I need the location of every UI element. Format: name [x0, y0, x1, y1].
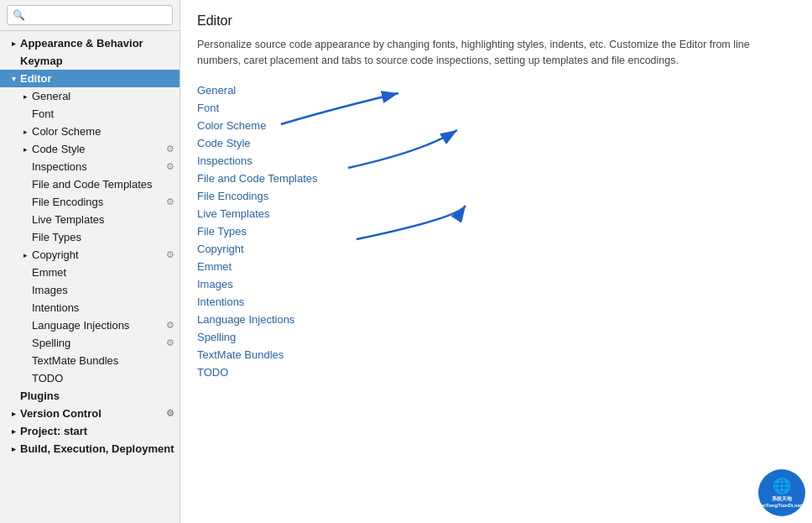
sidebar-label-language-injections: Language Injections [32, 319, 129, 332]
sidebar-label-keymap: Keymap [20, 55, 63, 67]
sidebar-item-intentions[interactable]: Intentions [0, 299, 180, 316]
textmate-bundles-link[interactable]: TextMate Bundles [197, 348, 795, 361]
sidebar-item-editor[interactable]: Editor [0, 70, 180, 87]
chevron-build-execution-deployment-icon [8, 444, 18, 454]
sidebar-label-appearance-behavior: Appearance & Behavior [20, 37, 143, 50]
sidebar-label-todo: TODO [32, 372, 63, 384]
chevron-code-style-icon [20, 144, 30, 154]
settings-icon-spelling: ⚙ [164, 337, 176, 348]
copyright-link[interactable]: Copyright [197, 243, 795, 255]
page-title: Editor [197, 13, 795, 29]
settings-icon-inspections: ⚙ [164, 161, 176, 172]
sidebar-item-plugins[interactable]: Plugins [0, 387, 180, 405]
emmet-link[interactable]: Emmet [197, 260, 795, 273]
chevron-general-icon [20, 92, 30, 102]
sidebar-item-code-style[interactable]: Code Style⚙ [0, 140, 180, 158]
sidebar-label-spelling: Spelling [32, 337, 70, 349]
general-link[interactable]: General [197, 84, 795, 97]
sidebar-label-file-encodings: File Encodings [32, 196, 103, 208]
search-input[interactable] [7, 5, 173, 25]
settings-icon-file-encodings: ⚙ [164, 196, 176, 207]
sidebar-item-build-execution-deployment[interactable]: Build, Execution, Deployment [0, 440, 180, 458]
sidebar-label-version-control: Version Control [20, 407, 102, 420]
font-link[interactable]: Font [197, 102, 795, 114]
inspections-link[interactable]: Inspections [197, 154, 795, 167]
content-area: Editor Personalize source code appearanc… [180, 0, 812, 523]
settings-icon-copyright: ⚙ [164, 249, 176, 260]
chevron-copyright-icon [20, 250, 30, 260]
sidebar-item-emmet[interactable]: Emmet [0, 264, 180, 281]
sidebar-label-plugins: Plugins [20, 390, 60, 402]
sidebar-label-file-types: File Types [32, 231, 81, 243]
language-injections-link[interactable]: Language Injections [197, 313, 795, 326]
sidebar-label-intentions: Intentions [32, 301, 79, 314]
chevron-appearance-behavior-icon [8, 39, 18, 49]
sidebar-item-keymap[interactable]: Keymap [0, 52, 180, 70]
sidebar-item-appearance-behavior[interactable]: Appearance & Behavior [0, 34, 180, 52]
sidebar-item-version-control[interactable]: Version Control⚙ [0, 405, 180, 422]
spelling-link[interactable]: Spelling [197, 331, 795, 343]
sidebar-label-build-execution-deployment: Build, Execution, Deployment [20, 442, 174, 455]
chevron-version-control-icon [8, 409, 18, 419]
main-content-panel: Editor Personalize source code appearanc… [180, 0, 812, 523]
live-templates-link[interactable]: Live Templates [197, 207, 795, 220]
file-code-templates-link[interactable]: File and Code Templates [197, 172, 795, 185]
file-encodings-link[interactable]: File Encodings [197, 190, 795, 202]
sidebar-item-file-types[interactable]: File Types [0, 228, 180, 246]
sidebar-item-file-code-templates[interactable]: File and Code Templates [0, 175, 180, 193]
sidebar-item-language-injections[interactable]: Language Injections⚙ [0, 316, 180, 334]
sidebar-label-textmate-bundles: TextMate Bundles [32, 354, 118, 367]
sidebar-item-general[interactable]: General [0, 87, 180, 105]
sidebar-label-file-code-templates: File and Code Templates [32, 178, 153, 191]
settings-sidebar: Appearance & BehaviorKeymapEditorGeneral… [0, 0, 180, 523]
sidebar-item-textmate-bundles[interactable]: TextMate Bundles [0, 352, 180, 369]
sidebar-label-general: General [32, 90, 70, 102]
sidebar-item-live-templates[interactable]: Live Templates [0, 211, 180, 228]
sidebar-label-live-templates: Live Templates [32, 213, 104, 226]
watermark-text: 系统天地xiTongTianDi.net [762, 496, 802, 510]
sidebar-item-inspections[interactable]: Inspections⚙ [0, 158, 180, 175]
sidebar-label-images: Images [32, 284, 68, 296]
settings-icon-version-control: ⚙ [164, 408, 176, 419]
page-description: Personalize source code appearance by ch… [197, 37, 784, 69]
sidebar-label-color-scheme: Color Scheme [32, 125, 101, 138]
sidebar-tree: Appearance & BehaviorKeymapEditorGeneral… [0, 31, 180, 523]
watermark-globe-icon: 🌐 [773, 477, 791, 495]
settings-icon-code-style: ⚙ [164, 144, 176, 154]
sidebar-item-color-scheme[interactable]: Color Scheme [0, 123, 180, 140]
nav-links-list: GeneralFontColor SchemeCode StyleInspect… [197, 84, 795, 379]
sidebar-label-copyright: Copyright [32, 248, 79, 261]
images-link[interactable]: Images [197, 278, 795, 290]
todo-link[interactable]: TODO [197, 366, 795, 379]
chevron-editor-icon [8, 74, 18, 84]
search-container [0, 0, 180, 31]
sidebar-item-copyright[interactable]: Copyright⚙ [0, 246, 180, 264]
color-scheme-link[interactable]: Color Scheme [197, 119, 795, 132]
sidebar-label-emmet: Emmet [32, 266, 66, 279]
sidebar-label-project-start: Project: start [20, 425, 87, 437]
watermark: 🌐 系统天地xiTongTianDi.net [758, 469, 805, 516]
sidebar-item-project-start[interactable]: Project: start [0, 422, 180, 440]
sidebar-item-file-encodings[interactable]: File Encodings⚙ [0, 193, 180, 211]
sidebar-item-todo[interactable]: TODO [0, 369, 180, 387]
sidebar-item-font[interactable]: Font [0, 105, 180, 123]
chevron-project-start-icon [8, 426, 18, 437]
sidebar-item-spelling[interactable]: Spelling⚙ [0, 334, 180, 352]
chevron-color-scheme-icon [20, 127, 30, 137]
intentions-link[interactable]: Intentions [197, 295, 795, 308]
sidebar-label-inspections: Inspections [32, 160, 87, 173]
sidebar-item-images[interactable]: Images [0, 281, 180, 299]
sidebar-label-editor: Editor [20, 72, 52, 85]
settings-icon-language-injections: ⚙ [164, 320, 176, 331]
sidebar-label-code-style: Code Style [32, 143, 86, 155]
sidebar-label-font: Font [32, 107, 54, 120]
file-types-link[interactable]: File Types [197, 225, 795, 238]
code-style-link[interactable]: Code Style [197, 137, 795, 149]
